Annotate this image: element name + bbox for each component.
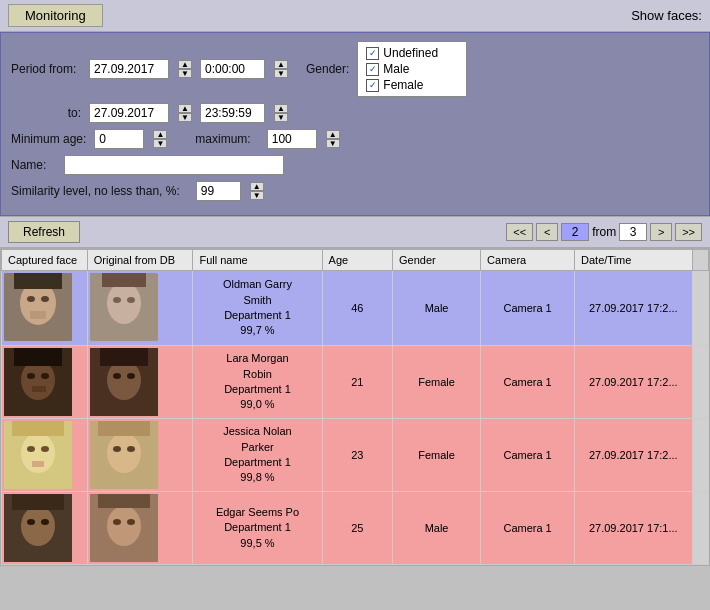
gender-options: ✓ Undefined ✓ Male ✓ Female: [357, 41, 467, 97]
svg-point-25: [41, 446, 49, 452]
cell-original-db-2: [87, 346, 193, 419]
svg-point-20: [127, 373, 135, 379]
cell-full-name-4: Edgar Seems PoDepartment 199,5 %: [193, 492, 322, 565]
gender-undefined[interactable]: ✓ Undefined: [366, 46, 458, 60]
min-age-input[interactable]: [94, 129, 144, 149]
similarity-down[interactable]: ▼: [250, 191, 264, 200]
refresh-button[interactable]: Refresh: [8, 221, 80, 243]
cell-scroll-3: [692, 419, 709, 492]
min-age-label: Minimum age:: [11, 132, 86, 146]
max-age-up[interactable]: ▲: [326, 130, 340, 139]
svg-point-13: [27, 373, 35, 379]
similarity-spinner[interactable]: ▲ ▼: [250, 182, 264, 200]
similarity-input[interactable]: [196, 181, 241, 201]
time-to-down[interactable]: ▼: [274, 113, 288, 122]
cell-datetime-2: 27.09.2017 17:2...: [575, 346, 692, 419]
page-last-button[interactable]: >>: [675, 223, 702, 241]
svg-rect-26: [12, 421, 64, 436]
min-age-spinner[interactable]: ▲ ▼: [153, 130, 167, 148]
cell-camera-3: Camera 1: [481, 419, 575, 492]
gender-female-checkbox[interactable]: ✓: [366, 79, 379, 92]
period-row: Period from: ▲ ▼ ▲ ▼ Gender: ✓ Undefined…: [11, 41, 699, 97]
similarity-row: Similarity level, no less than, %: ▲ ▼: [11, 181, 699, 201]
results-table-wrapper: Captured face Original from DB Full name…: [0, 248, 710, 566]
main-container: Monitoring Show faces: Period from: ▲ ▼ …: [0, 0, 710, 566]
gender-male-checkbox[interactable]: ✓: [366, 63, 379, 76]
min-age-up[interactable]: ▲: [153, 130, 167, 139]
page-first-button[interactable]: <<: [506, 223, 533, 241]
name-input[interactable]: [64, 155, 284, 175]
svg-point-34: [21, 506, 55, 546]
gender-female[interactable]: ✓ Female: [366, 78, 458, 92]
db-face-svg-3: [90, 421, 158, 489]
cell-captured-face-2: [2, 346, 88, 419]
svg-point-31: [127, 446, 135, 452]
date-from-down[interactable]: ▼: [178, 69, 192, 78]
captured-face-image-3: [4, 421, 72, 489]
page-next-button[interactable]: >: [650, 223, 672, 241]
page-from-label: from: [592, 225, 616, 239]
date-from-up[interactable]: ▲: [178, 60, 192, 69]
time-to-up[interactable]: ▲: [274, 104, 288, 113]
time-from-input[interactable]: [200, 59, 265, 79]
similarity-label: Similarity level, no less than, %:: [11, 184, 180, 198]
svg-point-36: [41, 519, 49, 525]
cell-camera-1: Camera 1: [481, 271, 575, 346]
time-from-spinner[interactable]: ▲ ▼: [274, 60, 288, 78]
svg-point-8: [113, 297, 121, 303]
gender-undefined-checkbox[interactable]: ✓: [366, 47, 379, 60]
gender-male[interactable]: ✓ Male: [366, 62, 458, 76]
page-prev-button[interactable]: <: [536, 223, 558, 241]
cell-camera-2: Camera 1: [481, 346, 575, 419]
date-to-input[interactable]: [89, 103, 169, 123]
svg-rect-32: [98, 421, 150, 436]
th-age: Age: [322, 250, 392, 271]
time-from-down[interactable]: ▼: [274, 69, 288, 78]
time-from-up[interactable]: ▲: [274, 60, 288, 69]
db-face-svg-2: [90, 348, 158, 416]
table-row[interactable]: Edgar Seems PoDepartment 199,5 % 25 Male…: [2, 492, 709, 565]
action-bar: Refresh << < from > >>: [0, 216, 710, 248]
cell-original-db-3: [87, 419, 193, 492]
to-row: to: ▲ ▼ ▲ ▼: [11, 103, 699, 123]
similarity-up[interactable]: ▲: [250, 182, 264, 191]
app-title: Monitoring: [8, 4, 103, 27]
page-current-input[interactable]: [561, 223, 589, 241]
cell-age-1: 46: [322, 271, 392, 346]
th-camera: Camera: [481, 250, 575, 271]
max-age-spinner[interactable]: ▲ ▼: [326, 130, 340, 148]
pagination: << < from > >>: [506, 223, 702, 241]
cell-camera-4: Camera 1: [481, 492, 575, 565]
table-row[interactable]: Oldman GarrySmithDepartment 199,7 % 46 M…: [2, 271, 709, 346]
date-to-up[interactable]: ▲: [178, 104, 192, 113]
db-face-image-3: [90, 421, 158, 489]
max-age-input[interactable]: [267, 129, 317, 149]
max-age-label: maximum:: [195, 132, 250, 146]
cell-scroll-4: [692, 492, 709, 565]
cell-original-db: [87, 271, 193, 346]
min-age-down[interactable]: ▼: [153, 139, 167, 148]
svg-point-29: [107, 433, 141, 473]
table-row[interactable]: Jessica NolanParkerDepartment 199,8 % 23…: [2, 419, 709, 492]
svg-point-40: [113, 519, 121, 525]
max-age-down[interactable]: ▼: [326, 139, 340, 148]
captured-face-image-2: [4, 348, 72, 416]
page-total-input[interactable]: [619, 223, 647, 241]
time-to-input[interactable]: [200, 103, 265, 123]
db-face-svg-4: [90, 494, 158, 562]
svg-rect-37: [12, 494, 64, 510]
cell-age-2: 21: [322, 346, 392, 419]
date-from-spinner[interactable]: ▲ ▼: [178, 60, 192, 78]
cell-scroll-2: [692, 346, 709, 419]
date-from-input[interactable]: [89, 59, 169, 79]
th-captured-face: Captured face: [2, 250, 88, 271]
time-to-spinner[interactable]: ▲ ▼: [274, 104, 288, 122]
date-to-down[interactable]: ▼: [178, 113, 192, 122]
svg-rect-5: [30, 311, 46, 319]
results-table: Captured face Original from DB Full name…: [1, 249, 709, 565]
date-to-spinner[interactable]: ▲ ▼: [178, 104, 192, 122]
title-bar: Monitoring Show faces:: [0, 0, 710, 32]
svg-point-41: [127, 519, 135, 525]
cell-captured-face: [2, 271, 88, 346]
table-row[interactable]: Lara MorganRobinDepartment 199,0 % 21 Fe…: [2, 346, 709, 419]
